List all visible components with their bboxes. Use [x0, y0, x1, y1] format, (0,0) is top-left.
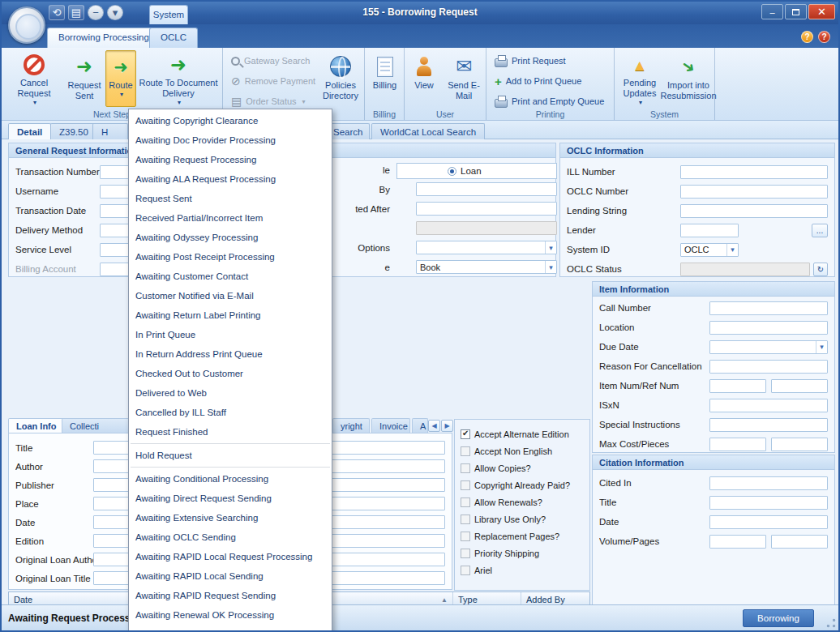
checkbox-icon[interactable]: [461, 463, 470, 473]
flag-checkbox-row[interactable]: Replacement Pages?: [461, 527, 589, 544]
route-menu-item[interactable]: Awaiting ALA Request Processing: [129, 169, 332, 189]
route-button[interactable]: ➜ Route▾: [105, 50, 136, 107]
flag-checkbox-row[interactable]: Copyright Already Paid?: [461, 476, 589, 493]
tab-detail[interactable]: Detail: [8, 123, 51, 139]
tab-history[interactable]: H: [92, 123, 128, 139]
special-instructions-input[interactable]: [709, 418, 828, 432]
tab-z3950[interactable]: Z39.50: [50, 123, 97, 139]
cancel-request-button[interactable]: Cancel Request▾: [6, 50, 62, 107]
route-menu-item[interactable]: Awaiting RAPID Local Request Processing: [129, 547, 332, 566]
citation-title-input[interactable]: [709, 496, 828, 510]
close-button[interactable]: ✕: [808, 4, 835, 19]
call-number-input[interactable]: [709, 301, 828, 315]
flag-checkbox-row[interactable]: Ariel: [461, 562, 589, 579]
route-menu-item[interactable]: Awaiting Extensive Searching: [129, 508, 332, 527]
tab-borrowing-processing[interactable]: Borrowing Processing: [47, 28, 161, 48]
billing-button[interactable]: Billing: [367, 50, 402, 107]
item-num-input[interactable]: [709, 379, 766, 393]
checkbox-icon[interactable]: [461, 480, 470, 490]
about-icon[interactable]: ?: [818, 31, 830, 43]
route-menu-item[interactable]: Awaiting Conditional Processing: [129, 469, 332, 489]
tab-scroll-left-icon[interactable]: ◀: [428, 420, 440, 432]
tab-scroll-right-icon[interactable]: ▶: [441, 420, 453, 432]
request-type-field[interactable]: Loan: [396, 163, 557, 179]
route-menu-item[interactable]: Awaiting Post Receipt Processing: [129, 247, 332, 267]
route-menu-item[interactable]: Customer Notified via E-Mail: [129, 286, 332, 305]
tab-invoice[interactable]: Invoice: [371, 418, 410, 433]
route-menu-item-hold-request[interactable]: Hold Request: [129, 446, 332, 465]
help-icon[interactable]: ?: [801, 31, 813, 43]
flag-checkbox-row[interactable]: Accept Non English: [461, 442, 589, 459]
view-user-button[interactable]: View: [407, 50, 441, 107]
request-sent-button[interactable]: ➜ Request Sent: [64, 50, 105, 107]
options-select[interactable]: ▾: [416, 241, 557, 254]
location-input[interactable]: [709, 321, 828, 335]
route-menu-item[interactable]: Request Finished: [129, 422, 332, 442]
reason-for-cancellation-input[interactable]: [709, 360, 828, 374]
add-to-print-queue-button[interactable]: + Add to Print Queue: [491, 71, 585, 91]
volume-input[interactable]: [709, 535, 766, 549]
route-to-document-delivery-button[interactable]: ➜ Route To Document Delivery▾: [138, 50, 219, 107]
route-menu-item[interactable]: Awaiting Odyssey Processing: [129, 228, 332, 247]
print-request-button[interactable]: Print Request: [491, 51, 569, 70]
route-menu-item[interactable]: Awaiting Request Processing: [129, 150, 332, 169]
route-menu-item[interactable]: Awaiting OCLC Sending: [129, 527, 332, 547]
print-and-empty-queue-button[interactable]: Print and Empty Queue: [491, 92, 607, 111]
route-menu-item[interactable]: Awaiting Direct Request Sending: [129, 489, 332, 508]
app-menu-button[interactable]: [8, 6, 45, 44]
due-date-select[interactable]: ▾: [709, 340, 828, 354]
doc-type-select[interactable]: Book▾: [416, 260, 557, 274]
route-menu-item[interactable]: In Print Queue: [129, 325, 332, 344]
checkbox-icon[interactable]: [461, 497, 470, 507]
route-menu-item[interactable]: Awaiting Renewal OK Processing: [129, 605, 332, 625]
system-id-select[interactable]: OCLC ▾: [680, 243, 739, 257]
citation-date-input[interactable]: [709, 515, 828, 529]
loan-radio[interactable]: [448, 167, 456, 176]
route-menu-item[interactable]: Awaiting Doc Provider Processing: [129, 130, 332, 150]
checkbox-icon[interactable]: [461, 532, 470, 541]
checkbox-icon[interactable]: [461, 446, 470, 456]
route-menu-item[interactable]: Awaiting Return Label Printing: [129, 305, 332, 325]
route-menu-item[interactable]: Delivered to Web: [129, 383, 332, 403]
send-email-button[interactable]: ✉ Send E-Mail: [443, 50, 485, 107]
pieces-input[interactable]: [771, 438, 828, 451]
maximize-button[interactable]: [785, 4, 807, 19]
route-menu-item[interactable]: Cancelled by ILL Staff: [129, 403, 332, 422]
route-menu-item[interactable]: Awaiting RAPID Request Sending: [129, 586, 332, 605]
pending-updates-button[interactable]: ▲ Pending Updates▾: [618, 50, 662, 107]
gateway-search-button[interactable]: Gateway Search: [228, 51, 313, 70]
cited-in-input[interactable]: [709, 476, 828, 490]
flag-checkbox-row[interactable]: Library Use Only?: [461, 510, 589, 527]
lender-browse-button[interactable]: ...: [812, 224, 828, 237]
resize-grip[interactable]: [826, 618, 836, 628]
pages-input[interactable]: [771, 535, 828, 549]
isxn-input[interactable]: [709, 399, 828, 412]
lender-input[interactable]: [680, 224, 739, 237]
tab-copyright[interactable]: yright: [332, 418, 370, 433]
flag-checkbox-row[interactable]: Allow Copies?: [461, 459, 589, 476]
route-menu-item[interactable]: In Return Address Print Queue: [129, 344, 332, 364]
tab-collections[interactable]: Collecti: [62, 418, 130, 433]
system-context-tab[interactable]: System: [149, 5, 188, 25]
checkbox-icon[interactable]: [461, 429, 470, 439]
route-menu-item[interactable]: Received Partial/Incorrect Item: [129, 208, 332, 228]
checkbox-icon[interactable]: [461, 566, 470, 575]
route-menu-item[interactable]: Awaiting Supervisor Processing: [129, 625, 332, 632]
route-menu-item[interactable]: Checked Out to Customer: [129, 364, 332, 383]
remove-payment-button[interactable]: ⊘ Remove Payment: [228, 71, 319, 91]
flag-checkbox-row[interactable]: Accept Alternate Edition: [461, 425, 589, 442]
checkbox-icon[interactable]: [461, 549, 470, 558]
tab-oclc[interactable]: OCLC: [149, 28, 198, 48]
flag-checkbox-row[interactable]: Allow Renewals?: [461, 493, 589, 510]
oclc-number-input[interactable]: [680, 185, 828, 199]
tab-loan-info[interactable]: Loan Info: [8, 418, 65, 433]
tab-partial-a[interactable]: A: [412, 418, 428, 433]
import-into-resubmission-button[interactable]: ➜ Import into Resubmission: [663, 50, 714, 107]
lending-string-input[interactable]: [680, 204, 828, 218]
refresh-icon[interactable]: ↻: [813, 263, 828, 276]
by-input[interactable]: [416, 182, 557, 196]
route-menu-item[interactable]: Awaiting Copyright Clearance: [129, 111, 332, 130]
ref-num-input[interactable]: [771, 379, 828, 393]
tab-worldcat-local-search[interactable]: WorldCat Local Search: [371, 123, 485, 139]
ill-number-input[interactable]: [680, 165, 828, 179]
